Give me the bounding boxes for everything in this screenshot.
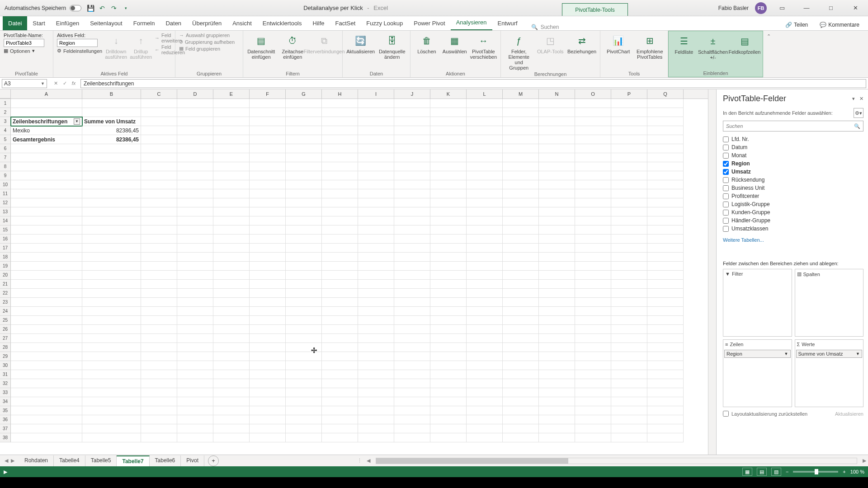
cell-N20[interactable] [539, 271, 575, 280]
field-item-lfd-nr-[interactable]: Lfd. Nr. [723, 135, 863, 143]
cell-I38[interactable] [358, 433, 394, 442]
cell-J17[interactable] [394, 244, 430, 253]
cell-O19[interactable] [575, 262, 611, 271]
cell-H9[interactable] [322, 171, 358, 180]
cell-I3[interactable] [358, 117, 394, 126]
cell-K33[interactable] [430, 388, 467, 397]
cell-A30[interactable] [11, 361, 82, 370]
row-header-6[interactable]: 6 [0, 144, 11, 153]
cell-N10[interactable] [539, 180, 575, 189]
cell-M16[interactable] [503, 235, 539, 244]
cell-L26[interactable] [467, 325, 503, 334]
cell-B6[interactable] [82, 144, 141, 153]
cell-C28[interactable] [141, 343, 177, 352]
field-item-monat[interactable]: Monat [723, 151, 863, 160]
cell-H38[interactable] [322, 433, 358, 442]
cell-B26[interactable] [82, 325, 141, 334]
cell-K37[interactable] [430, 424, 467, 433]
cell-G4[interactable] [286, 126, 322, 135]
cell-J4[interactable] [394, 126, 430, 135]
cell-O24[interactable] [575, 307, 611, 316]
maximize-icon[interactable]: □ [822, 0, 840, 16]
cell-B35[interactable] [82, 406, 141, 415]
cell-O23[interactable] [575, 298, 611, 307]
cell-O21[interactable] [575, 280, 611, 289]
cell-O31[interactable] [575, 370, 611, 379]
cell-N9[interactable] [539, 171, 575, 180]
cell-M18[interactable] [503, 253, 539, 262]
cell-F7[interactable] [250, 153, 286, 162]
cell-B24[interactable] [82, 307, 141, 316]
cell-A34[interactable] [11, 397, 82, 406]
row-header-37[interactable]: 37 [0, 424, 11, 433]
recommended-pt-button[interactable]: ⊞Empfohlene PivotTables [636, 33, 665, 60]
cell-N14[interactable] [539, 216, 575, 225]
cell-E3[interactable] [213, 117, 250, 126]
cell-N21[interactable] [539, 280, 575, 289]
cell-L32[interactable] [467, 379, 503, 388]
cell-Q11[interactable] [647, 189, 684, 198]
cell-H21[interactable] [322, 280, 358, 289]
cell-N24[interactable] [539, 307, 575, 316]
cell-B31[interactable] [82, 370, 141, 379]
cell-O10[interactable] [575, 180, 611, 189]
row-header-15[interactable]: 15 [0, 225, 11, 235]
cell-M7[interactable] [503, 153, 539, 162]
cell-F34[interactable] [250, 397, 286, 406]
cell-E36[interactable] [213, 415, 250, 424]
cell-K12[interactable] [430, 198, 467, 207]
cell-I16[interactable] [358, 235, 394, 244]
cell-N3[interactable] [539, 117, 575, 126]
area-columns[interactable]: ▥Spalten [795, 269, 864, 337]
cell-Q6[interactable] [647, 144, 684, 153]
row-header-11[interactable]: 11 [0, 189, 11, 198]
cell-I17[interactable] [358, 244, 394, 253]
cell-F10[interactable] [250, 180, 286, 189]
cell-L38[interactable] [467, 433, 503, 442]
cell-O11[interactable] [575, 189, 611, 198]
cell-I26[interactable] [358, 325, 394, 334]
cell-K23[interactable] [430, 298, 467, 307]
cell-J14[interactable] [394, 216, 430, 225]
cell-L31[interactable] [467, 370, 503, 379]
cell-M15[interactable] [503, 225, 539, 235]
cell-I11[interactable] [358, 189, 394, 198]
field-checkbox[interactable] [723, 210, 729, 216]
cell-E8[interactable] [213, 162, 250, 171]
cell-Q19[interactable] [647, 262, 684, 271]
cell-K28[interactable] [430, 343, 467, 352]
cell-L25[interactable] [467, 316, 503, 325]
cell-N2[interactable] [539, 108, 575, 117]
cell-F38[interactable] [250, 433, 286, 442]
col-header-N[interactable]: N [539, 89, 575, 99]
accept-formula-icon[interactable]: ✓ [61, 80, 69, 86]
cell-O3[interactable] [575, 117, 611, 126]
cell-D4[interactable] [177, 126, 213, 135]
cell-P35[interactable] [611, 406, 647, 415]
cell-P2[interactable] [611, 108, 647, 117]
cell-I34[interactable] [358, 397, 394, 406]
cell-C7[interactable] [141, 153, 177, 162]
cell-A37[interactable] [11, 424, 82, 433]
cell-M35[interactable] [503, 406, 539, 415]
cell-G33[interactable] [286, 388, 322, 397]
cell-L37[interactable] [467, 424, 503, 433]
cell-M27[interactable] [503, 334, 539, 343]
cell-Q12[interactable] [647, 198, 684, 207]
cell-M25[interactable] [503, 316, 539, 325]
row-header-32[interactable]: 32 [0, 379, 11, 388]
cell-O1[interactable] [575, 99, 611, 108]
cell-E1[interactable] [213, 99, 250, 108]
cell-C34[interactable] [141, 397, 177, 406]
cell-B15[interactable] [82, 225, 141, 235]
cell-L1[interactable] [467, 99, 503, 108]
col-header-L[interactable]: L [467, 89, 503, 99]
cell-N1[interactable] [539, 99, 575, 108]
field-checkbox[interactable] [723, 177, 729, 183]
cell-F28[interactable] [250, 343, 286, 352]
cell-B32[interactable] [82, 379, 141, 388]
cell-M14[interactable] [503, 216, 539, 225]
cell-K4[interactable] [430, 126, 467, 135]
cell-K35[interactable] [430, 406, 467, 415]
cell-L10[interactable] [467, 180, 503, 189]
